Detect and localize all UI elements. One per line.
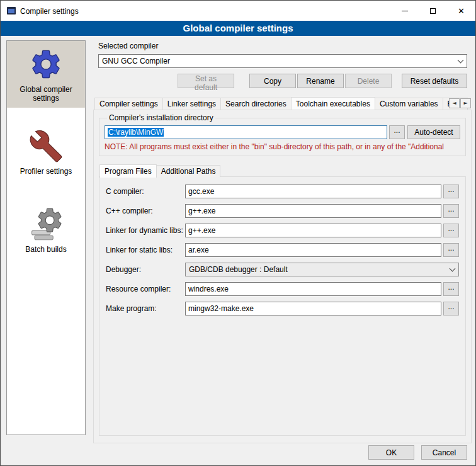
- linker-dynamic-browse-button[interactable]: ...: [443, 224, 459, 237]
- field-label: Linker for static libs:: [106, 246, 185, 254]
- cpp-compiler-browse-button[interactable]: ...: [443, 204, 459, 218]
- auto-detect-button[interactable]: Auto-detect: [407, 125, 460, 139]
- tab-toolchain-executables[interactable]: Toolchain executables: [291, 97, 375, 110]
- field-label: Linker for dynamic libs:: [106, 226, 185, 235]
- field-row-linker-static: Linker for static libs: ar.exe ...: [106, 243, 459, 257]
- cancel-button[interactable]: Cancel: [421, 445, 467, 460]
- program-files-page: C compiler: gcc.exe ... C++ compiler: g+…: [99, 176, 466, 436]
- linker-static-input[interactable]: ar.exe: [185, 243, 441, 257]
- rename-button[interactable]: Rename: [297, 74, 344, 88]
- field-label: Debugger:: [106, 265, 185, 274]
- profiler-tool-icon: [29, 129, 63, 163]
- make-program-input[interactable]: mingw32-make.exe: [185, 302, 441, 315]
- sidebar-item-global-compiler-settings[interactable]: Global compiler settings: [7, 41, 85, 108]
- installation-directory-group: Compiler's installation directory C:\ray…: [99, 113, 466, 156]
- gear-icon: [29, 47, 63, 81]
- set-as-default-button[interactable]: Set as default: [178, 74, 234, 88]
- tab-linker-settings[interactable]: Linker settings: [162, 98, 221, 110]
- chevron-down-icon: [458, 57, 464, 64]
- maximize-icon: [430, 8, 436, 14]
- c-compiler-browse-button[interactable]: ...: [443, 185, 459, 198]
- settings-tabstrip: Compiler settings Linker settings Search…: [93, 96, 472, 110]
- install-dir-input[interactable]: C:\raylib\MinGW: [105, 125, 387, 139]
- debugger-select-value: GDB/CDB debugger : Default: [189, 265, 448, 274]
- linker-static-browse-button[interactable]: ...: [443, 243, 459, 257]
- compiler-settings-dialog: Compiler settings ✕ Global compiler sett…: [0, 0, 476, 466]
- resource-compiler-input[interactable]: windres.exe: [185, 282, 441, 296]
- sidebar-label: Profiler settings: [9, 167, 83, 176]
- tab-scroll-right-button[interactable]: ►: [460, 98, 471, 108]
- make-program-browse-button[interactable]: ...: [443, 302, 459, 315]
- sidebar-label: Batch builds: [9, 245, 83, 254]
- minimize-icon: [402, 11, 408, 11]
- dialog-header: Global compiler settings: [1, 21, 475, 36]
- selected-compiler-label: Selected compiler: [98, 42, 472, 50]
- tab-compiler-settings[interactable]: Compiler settings: [94, 98, 163, 110]
- copy-button[interactable]: Copy: [249, 74, 296, 88]
- field-label: Resource compiler:: [106, 285, 185, 293]
- resource-compiler-browse-button[interactable]: ...: [443, 282, 459, 296]
- installation-directory-label: Compiler's installation directory: [107, 113, 215, 122]
- reset-defaults-button[interactable]: Reset defaults: [402, 74, 467, 88]
- sidebar-label: Global compiler settings: [9, 85, 83, 103]
- compiler-select-value: GNU GCC Compiler: [102, 57, 456, 65]
- sidebar-item-batch-builds[interactable]: Batch builds: [7, 201, 85, 259]
- field-row-cpp-compiler: C++ compiler: g++.exe ...: [106, 204, 459, 218]
- tab-search-directories[interactable]: Search directories: [220, 98, 292, 110]
- program-files-tabstrip: Program Files Additional Paths: [99, 164, 466, 177]
- tab-program-files[interactable]: Program Files: [99, 164, 157, 178]
- install-dir-browse-button[interactable]: ...: [389, 125, 405, 139]
- field-row-debugger: Debugger: GDB/CDB debugger : Default: [106, 263, 459, 276]
- delete-button[interactable]: Delete: [345, 74, 392, 88]
- field-row-make-program: Make program: mingw32-make.exe ...: [106, 302, 459, 315]
- chevron-down-icon: [450, 266, 456, 272]
- field-label: C++ compiler:: [106, 207, 185, 215]
- close-button[interactable]: ✕: [447, 1, 475, 21]
- ok-button[interactable]: OK: [368, 445, 414, 460]
- tab-custom-variables[interactable]: Custom variables: [375, 98, 443, 110]
- c-compiler-input[interactable]: gcc.exe: [185, 185, 441, 198]
- maximize-button[interactable]: [419, 1, 447, 21]
- main-panel: Selected compiler GNU GCC Compiler Set a…: [93, 40, 472, 443]
- linker-dynamic-input[interactable]: g++.exe: [185, 224, 441, 237]
- debugger-select[interactable]: GDB/CDB debugger : Default: [185, 263, 459, 276]
- sidebar-item-profiler-settings[interactable]: Profiler settings: [7, 123, 85, 181]
- field-row-c-compiler: C compiler: gcc.exe ...: [106, 185, 459, 198]
- dialog-footer: OK Cancel: [368, 445, 467, 460]
- compiler-actions: Set as default Copy Rename Delete Reset …: [98, 74, 467, 88]
- window-title: Compiler settings: [20, 6, 390, 16]
- field-label: Make program:: [106, 304, 185, 313]
- app-icon[interactable]: [6, 6, 16, 16]
- batch-builds-icon: [29, 207, 63, 241]
- cpp-compiler-input[interactable]: g++.exe: [185, 204, 441, 218]
- field-label: C compiler:: [106, 187, 185, 196]
- minimize-button[interactable]: [390, 1, 419, 21]
- settings-sidebar: Global compiler settings Profiler settin…: [6, 40, 86, 435]
- field-row-linker-dynamic: Linker for dynamic libs: g++.exe ...: [106, 224, 459, 237]
- tab-additional-paths[interactable]: Additional Paths: [156, 165, 221, 177]
- install-dir-selected-text: C:\raylib\MinGW: [108, 128, 164, 137]
- field-row-resource-compiler: Resource compiler: windres.exe ...: [106, 282, 459, 296]
- compiler-select[interactable]: GNU GCC Compiler: [98, 54, 467, 68]
- toolchain-executables-page: Compiler's installation directory C:\ray…: [93, 110, 472, 443]
- tab-scroll-left-button[interactable]: ◄: [449, 98, 460, 108]
- titlebar: Compiler settings ✕: [1, 1, 475, 21]
- note-text: NOTE: All programs must exist either in …: [105, 142, 460, 151]
